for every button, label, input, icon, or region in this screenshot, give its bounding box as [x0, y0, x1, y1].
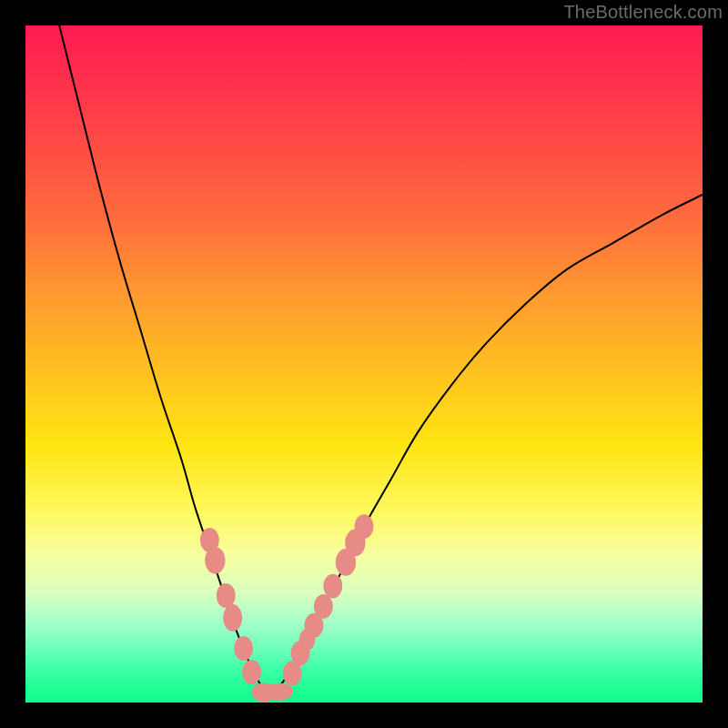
marker-layer [200, 514, 373, 702]
curve-left-branch [59, 25, 269, 696]
marker-point [314, 594, 333, 619]
curve-layer [59, 25, 703, 696]
marker-point [323, 574, 342, 599]
marker-point [217, 583, 236, 608]
chart-frame: TheBottleneck.com [0, 0, 728, 728]
marker-point [205, 547, 225, 574]
plot-area [25, 25, 703, 703]
marker-point [234, 636, 253, 661]
curve-right-branch [269, 195, 703, 696]
marker-point [242, 660, 261, 684]
watermark-text: TheBottleneck.com [563, 2, 723, 23]
marker-point [355, 514, 374, 539]
marker-point [223, 604, 242, 632]
chart-svg [25, 25, 703, 703]
marker-point [266, 682, 293, 700]
